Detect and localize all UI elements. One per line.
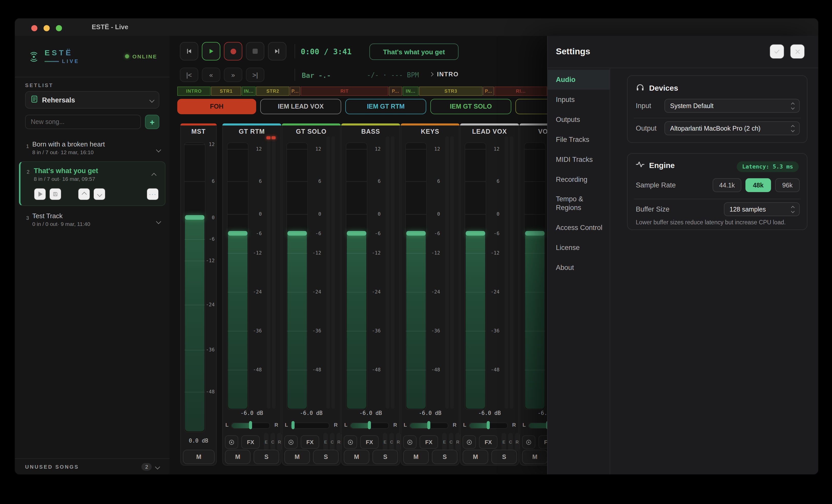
fader-handle[interactable]	[287, 231, 307, 236]
timeline-marker-in[interactable]: IN...	[242, 86, 256, 96]
song-item-born-with-a-broken-heart[interactable]: 1Born with a broken heart8 in / 7 out· 1…	[15, 136, 170, 159]
channel-strip-gt-rtm[interactable]: GT RTM1260-6-12-24-36-48-6.0 dBLRFXECRMS	[222, 124, 281, 466]
bus-tab-iem-gt-rtm[interactable]: IEM GT RTM	[345, 99, 426, 114]
timeline-marker-p[interactable]: P...	[290, 86, 300, 96]
fader-handle[interactable]	[525, 231, 545, 236]
bus-tab-iem-gt-solo[interactable]: IEM GT SOLO	[430, 99, 511, 114]
channel-strip-lead-vox[interactable]: LEAD VOX1260-6-12-24-36-48-6.0 dBLRFXECR…	[460, 124, 519, 466]
skip-to-start-button[interactable]	[180, 42, 198, 60]
settings-nav-about[interactable]: About	[548, 258, 610, 277]
settings-nav-recording[interactable]: Recording	[548, 169, 610, 189]
current-song-pill[interactable]: That's what you get	[369, 44, 459, 60]
bus-tab-iem-lead-vox[interactable]: IEM LEAD VOX	[260, 99, 341, 114]
mute-button[interactable]: M	[522, 450, 548, 464]
mute-button[interactable]: M	[344, 450, 369, 464]
play-button[interactable]	[202, 42, 220, 60]
channel-view-button[interactable]	[463, 435, 476, 449]
zoom-traffic-light[interactable]	[56, 25, 62, 31]
fader-handle[interactable]	[466, 231, 485, 236]
go-to-start-button[interactable]: |<	[180, 68, 198, 82]
sample-rate-48k[interactable]: 48k	[746, 178, 771, 192]
insert-slot-e[interactable]: E	[501, 433, 506, 451]
mute-button[interactable]: M	[463, 450, 488, 464]
input-device-select[interactable]: System Default	[665, 99, 800, 113]
expand-chevron[interactable]	[157, 144, 160, 154]
timeline-marker-str2[interactable]: STR2	[256, 86, 289, 96]
solo-button[interactable]: S	[491, 450, 517, 464]
skip-to-end-button[interactable]	[268, 42, 286, 60]
pan-slider[interactable]	[231, 423, 270, 429]
collapse-chevron[interactable]	[152, 170, 156, 179]
fx-button[interactable]: FX	[360, 435, 379, 449]
timeline-marker-str1[interactable]: STR1	[211, 86, 241, 96]
sample-rate-44-1k[interactable]: 44.1k	[712, 178, 741, 192]
solo-button[interactable]: S	[313, 450, 339, 464]
pan-handle[interactable]	[368, 421, 371, 429]
settings-nav-inputs[interactable]: Inputs	[548, 90, 610, 110]
fx-button[interactable]: FX	[241, 435, 260, 449]
new-song-input[interactable]	[25, 115, 141, 129]
channel-view-button[interactable]	[284, 435, 298, 449]
expand-chevron[interactable]	[157, 216, 160, 226]
channel-view-button[interactable]	[522, 435, 536, 449]
insert-slot-r[interactable]: R	[277, 433, 282, 451]
insert-slot-e[interactable]: E	[264, 433, 268, 451]
clip-indicator[interactable]	[266, 136, 270, 139]
close-button[interactable]	[790, 44, 805, 59]
settings-nav-audio[interactable]: Audio	[548, 70, 610, 90]
record-button[interactable]	[224, 42, 242, 60]
pan-slider[interactable]	[350, 423, 389, 429]
timeline-marker-ri[interactable]: RI...	[494, 86, 547, 96]
channel-view-button[interactable]	[403, 435, 417, 449]
close-traffic-light[interactable]	[31, 25, 37, 31]
pan-handle[interactable]	[291, 421, 294, 429]
pan-slider[interactable]	[469, 423, 508, 429]
settings-nav-tempo-regions[interactable]: Tempo & Regions	[548, 189, 610, 218]
song-save-button[interactable]	[49, 188, 61, 200]
buffer-size-select[interactable]: 128 samples	[724, 202, 800, 216]
setlist-select[interactable]: Rehersals	[25, 91, 159, 109]
insert-slot-r[interactable]: R	[396, 433, 400, 451]
channel-strip-gt-solo[interactable]: GT SOLO1260-6-12-24-36-48-6.0 dBLRFXECRM…	[282, 124, 341, 466]
insert-slot-c[interactable]: C	[508, 433, 513, 451]
fader-handle[interactable]	[347, 231, 366, 236]
song-play-button[interactable]	[34, 188, 46, 200]
fx-button[interactable]: FX	[420, 435, 438, 449]
insert-slot-r[interactable]: R	[337, 433, 341, 451]
settings-nav-midi-tracks[interactable]: MIDI Tracks	[548, 150, 610, 169]
solo-button[interactable]: S	[372, 450, 398, 464]
settings-nav-access-control[interactable]: Access Control	[548, 218, 610, 238]
insert-slot-c[interactable]: C	[389, 433, 394, 451]
settings-nav-file-tracks[interactable]: File Tracks	[548, 130, 610, 150]
insert-slot-r[interactable]: R	[515, 433, 519, 451]
timeline-marker-str3[interactable]: STR3	[419, 86, 483, 96]
fader-track[interactable]	[286, 142, 308, 410]
insert-slot-c[interactable]: C	[449, 433, 453, 451]
mute-button[interactable]: M	[284, 450, 310, 464]
channel-view-button[interactable]	[344, 435, 357, 449]
fader-handle[interactable]	[406, 231, 426, 236]
song-item-that-s-what-you-get[interactable]: 2That's what you get8 in / 7 out· 16 mar…	[19, 161, 165, 206]
settings-nav-license[interactable]: License	[548, 238, 610, 258]
timeline-marker-p[interactable]: P...	[389, 86, 402, 96]
timeline-marker-in[interactable]: IN...	[403, 86, 419, 96]
fader-track[interactable]	[524, 142, 546, 410]
timeline-marker-rit[interactable]: RIT	[301, 86, 388, 96]
fader-handle[interactable]	[228, 231, 248, 236]
pan-handle[interactable]	[249, 421, 252, 429]
insert-slot-c[interactable]: C	[330, 433, 335, 451]
fader-track[interactable]	[184, 142, 205, 432]
channel-strip-mst[interactable]: MST1260-6-12-24-36-480.0 dBM	[180, 124, 217, 466]
add-song-button[interactable]: +	[145, 115, 159, 129]
pan-slider[interactable]	[409, 423, 448, 429]
output-device-select[interactable]: Altoparlanti MacBook Pro (2 ch)	[665, 122, 800, 135]
unused-songs-row[interactable]: UNUSED SONGS 2	[15, 458, 170, 474]
song-more-button[interactable]: ···	[147, 188, 159, 200]
timeline-marker-p[interactable]: P...	[483, 86, 494, 96]
sample-rate-96k[interactable]: 96k	[775, 178, 800, 192]
insert-slot-e[interactable]: E	[383, 433, 387, 451]
channel-view-button[interactable]	[225, 435, 238, 449]
insert-slot-r[interactable]: R	[456, 433, 460, 451]
mute-button[interactable]: M	[403, 450, 429, 464]
confirm-button[interactable]	[770, 44, 784, 59]
